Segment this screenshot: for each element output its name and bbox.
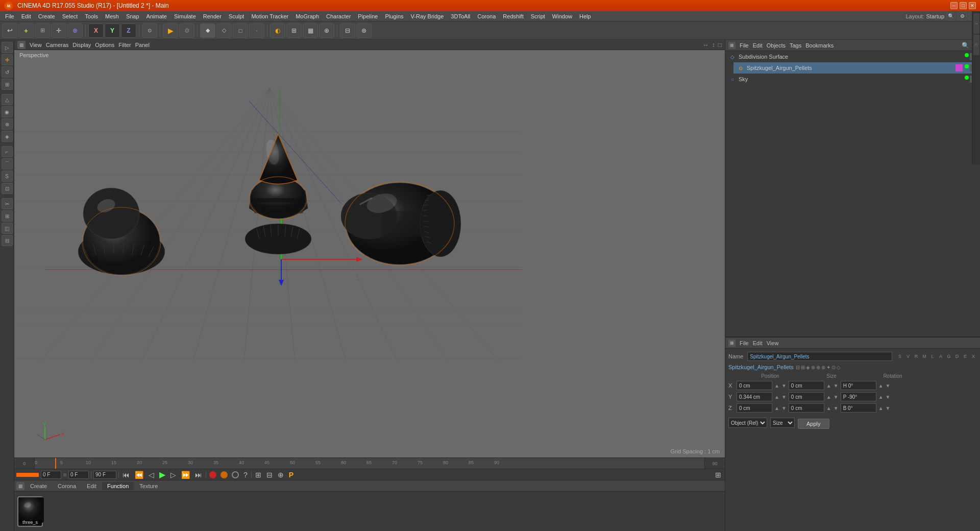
menu-edit[interactable]: Edit <box>18 12 34 20</box>
rot-p-up[interactable]: ▲ <box>878 394 884 400</box>
deformer-btn[interactable]: ⊗ <box>2 118 13 130</box>
viewport-config-button[interactable]: ▦ <box>303 23 318 38</box>
rot-b-up[interactable]: ▲ <box>878 405 884 411</box>
bridge-btn[interactable]: ⊟ <box>2 235 13 246</box>
menu-mograph[interactable]: MoGraph <box>292 12 322 20</box>
size-y-input[interactable] <box>789 392 824 401</box>
render-viewport-button[interactable]: ▶ <box>163 23 178 38</box>
search-icon[interactable]: 🔍 <box>946 12 955 20</box>
grid-button[interactable]: ⊟ <box>340 23 355 38</box>
menu-window[interactable]: Window <box>549 12 575 20</box>
props-tab-view[interactable]: View <box>767 340 779 346</box>
nurbs-btn[interactable]: ◉ <box>2 106 13 117</box>
menu-render[interactable]: Render <box>200 12 225 20</box>
obj-menu-bookmarks[interactable]: Bookmarks <box>805 42 834 49</box>
menu-tools[interactable]: Tools <box>82 12 101 20</box>
menu-animate[interactable]: Animate <box>143 12 170 20</box>
props-tab-file[interactable]: File <box>740 340 749 346</box>
snap-settings-button[interactable]: ⊛ <box>356 23 372 38</box>
rot-p-down[interactable]: ▼ <box>886 394 891 400</box>
pos-y-up[interactable]: ▲ <box>774 394 779 400</box>
size-x-input[interactable] <box>789 381 824 390</box>
obj-menu-edit[interactable]: Edit <box>753 42 763 49</box>
obj-menu-objects[interactable]: Objects <box>767 42 786 49</box>
size-y-up[interactable]: ▲ <box>826 394 831 400</box>
select-tool-btn[interactable]: ▷ <box>2 42 13 53</box>
play-btn[interactable]: ▶ <box>158 470 167 479</box>
menu-vraybridge[interactable]: V-Ray Bridge <box>408 12 447 20</box>
generator-btn[interactable]: ◈ <box>2 131 13 142</box>
size-mode-select[interactable]: SizeScale <box>770 418 795 428</box>
bottom-tab-corona[interactable]: Corona <box>53 482 81 490</box>
frame-input-secondary[interactable] <box>68 471 89 479</box>
rot-h-down[interactable]: ▼ <box>886 383 891 389</box>
record-auto-btn[interactable] <box>220 471 228 478</box>
menu-3dtoall[interactable]: 3DToAll <box>448 12 473 20</box>
line-tool-btn[interactable]: ⌐ <box>2 146 13 157</box>
curve-tool-btn[interactable]: ⌒ <box>2 158 13 170</box>
rot-p-input[interactable] <box>841 392 876 401</box>
obj-row-sky[interactable]: ○ Sky ✓ <box>725 74 980 85</box>
obj-icon-8[interactable]: ⊙ <box>831 365 836 370</box>
props-tab-edit[interactable]: Edit <box>753 340 763 346</box>
props-panel-toggle[interactable]: ▦ <box>728 340 736 347</box>
record-manual-btn[interactable] <box>232 471 239 478</box>
pos-x-input[interactable] <box>737 381 772 390</box>
new-document-button[interactable]: + <box>18 23 34 38</box>
pos-z-up[interactable]: ▲ <box>774 405 779 411</box>
pos-x-down[interactable]: ▼ <box>781 383 787 389</box>
menu-sculpt[interactable]: Sculpt <box>226 12 248 20</box>
edge-mode-button[interactable]: ◇ <box>216 23 232 38</box>
menu-plugins[interactable]: Plugins <box>382 12 406 20</box>
close-button[interactable]: ✕ <box>969 2 976 9</box>
pen-tool-btn[interactable]: S <box>2 171 13 182</box>
obj-panel-toggle[interactable]: ▦ <box>728 42 736 49</box>
object-mode-button[interactable]: ◆ <box>200 23 215 38</box>
rotate-tool-btn[interactable]: ↺ <box>2 66 13 78</box>
bottom-tab-function[interactable]: Function <box>102 482 134 490</box>
object-name-input[interactable] <box>747 352 892 361</box>
obj-icon-4[interactable]: ⊛ <box>811 365 815 370</box>
rot-h-up[interactable]: ▲ <box>878 383 884 389</box>
obj-search-icon[interactable]: 🔍 <box>962 42 969 49</box>
shading-button[interactable]: ◐ <box>270 23 285 38</box>
knife-tool-btn[interactable]: ✂ <box>2 198 13 209</box>
menu-pipeline[interactable]: Pipeline <box>355 12 381 20</box>
playback-settings-btn[interactable]: ⊞ <box>714 471 723 479</box>
menu-file[interactable]: File <box>2 12 17 20</box>
menu-script[interactable]: Script <box>528 12 548 20</box>
undo-button[interactable]: ↩ <box>2 23 17 38</box>
point-mode-button[interactable]: · <box>249 23 264 38</box>
obj-menu-tags[interactable]: Tags <box>790 42 801 49</box>
size-z-down[interactable]: ▼ <box>834 405 839 411</box>
bevel-btn[interactable]: ◫ <box>2 223 13 234</box>
group-button[interactable]: ⊞ <box>35 23 50 38</box>
scale-tool-btn[interactable]: ⊞ <box>2 79 13 90</box>
wireframe-button[interactable]: ⊞ <box>286 23 302 38</box>
size-x-down[interactable]: ▼ <box>834 383 839 389</box>
move-tool-button[interactable]: ✛ <box>51 23 66 38</box>
size-y-down[interactable]: ▼ <box>834 394 839 400</box>
pos-z-input[interactable] <box>737 403 772 413</box>
size-z-input[interactable] <box>789 403 824 413</box>
current-frame-input[interactable] <box>41 471 61 479</box>
rot-b-down[interactable]: ▼ <box>886 405 891 411</box>
pos-y-input[interactable] <box>737 392 772 401</box>
end-frame-input[interactable] <box>93 471 116 479</box>
playback-icon-p[interactable]: P <box>287 471 295 479</box>
render-settings-button[interactable]: ⚙ <box>179 23 194 38</box>
bottom-panel-toggle[interactable]: ▦ <box>16 482 24 490</box>
poly-mode-button[interactable]: □ <box>233 23 248 38</box>
pos-y-down[interactable]: ▼ <box>781 394 787 400</box>
obj-vis-dot-3[interactable] <box>965 76 969 80</box>
record-btn[interactable] <box>209 471 216 478</box>
menu-select[interactable]: Select <box>59 12 81 20</box>
paint-tool-btn[interactable]: ⊡ <box>2 183 13 194</box>
playback-icon-2[interactable]: ⊟ <box>265 471 274 479</box>
obj-material-dot[interactable] <box>955 64 963 71</box>
bottom-tab-create[interactable]: Create <box>25 482 52 490</box>
material-swatch[interactable]: three_s <box>17 496 43 527</box>
menu-character[interactable]: Character <box>323 12 354 20</box>
playback-icon-3[interactable]: ⊕ <box>276 471 285 479</box>
display-button[interactable]: ⊕ <box>319 23 334 38</box>
